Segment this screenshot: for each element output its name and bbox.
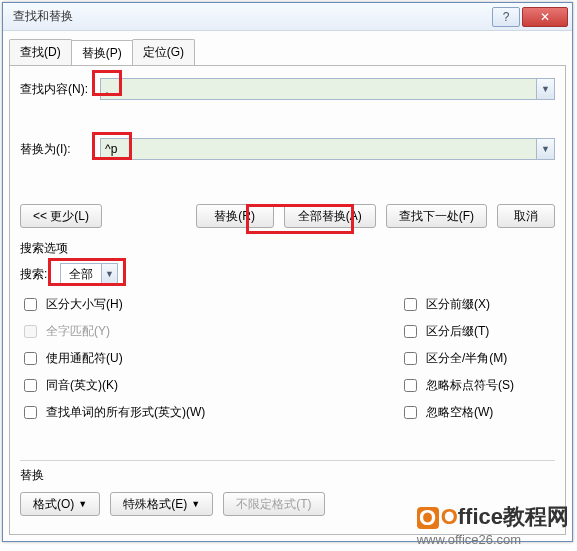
- tab-panel: 查找内容(N): ▼ 替换为(I): ▼ << 更少(L) 替换(R): [9, 65, 566, 535]
- chevron-down-icon: ▼: [191, 499, 200, 509]
- checkbox-label: 区分全/半角(M): [426, 350, 507, 367]
- watermark-icon: O: [417, 507, 439, 529]
- window-title: 查找和替换: [7, 8, 490, 25]
- checkbox-label: 使用通配符(U): [46, 350, 123, 367]
- search-direction-button[interactable]: ▼: [101, 264, 117, 284]
- checkbox[interactable]: [24, 406, 37, 419]
- search-direction-select[interactable]: 全部 ▼: [60, 263, 118, 285]
- client-area: 查找(D) 替换(P) 定位(G) 查找内容(N): ▼ 替换为(I): ▼: [3, 31, 572, 541]
- checkbox-option[interactable]: 区分后缀(T): [400, 322, 555, 341]
- tab-strip: 查找(D) 替换(P) 定位(G): [9, 39, 566, 65]
- checkbox-label: 区分前缀(X): [426, 296, 490, 313]
- checkbox-label: 忽略标点符号(S): [426, 377, 514, 394]
- tab-goto[interactable]: 定位(G): [132, 39, 195, 65]
- watermark: OOOffice教程网ffice教程网 www.office26.com: [417, 502, 569, 547]
- checkbox-columns: 区分大小写(H)全字匹配(Y)使用通配符(U)同音(英文)(K)查找单词的所有形…: [20, 295, 555, 430]
- find-label: 查找内容(N):: [20, 81, 100, 98]
- chevron-down-icon: ▼: [541, 84, 550, 94]
- checkbox[interactable]: [24, 352, 37, 365]
- cancel-button[interactable]: 取消: [497, 204, 555, 228]
- checkbox-option[interactable]: 区分前缀(X): [400, 295, 555, 314]
- checkbox-label: 忽略空格(W): [426, 404, 493, 421]
- checkbox-option[interactable]: 忽略空格(W): [400, 403, 555, 422]
- checkbox[interactable]: [24, 379, 37, 392]
- checkbox-label: 区分后缀(T): [426, 323, 489, 340]
- checkbox[interactable]: [404, 379, 417, 392]
- replace-label: 替换为(I):: [20, 141, 100, 158]
- checkbox-option[interactable]: 区分大小写(H): [20, 295, 400, 314]
- checkbox-option[interactable]: 区分全/半角(M): [400, 349, 555, 368]
- format-button-label: 格式(O): [33, 496, 74, 513]
- checkbox[interactable]: [404, 325, 417, 338]
- find-input[interactable]: [100, 78, 537, 100]
- checkbox[interactable]: [404, 406, 417, 419]
- window-buttons: ? ✕: [490, 7, 568, 27]
- checkbox-label: 全字匹配(Y): [46, 323, 110, 340]
- search-direction-row: 搜索: 全部 ▼: [20, 263, 555, 285]
- replace-all-button[interactable]: 全部替换(A): [284, 204, 376, 228]
- titlebar[interactable]: 查找和替换 ? ✕: [3, 3, 572, 31]
- chevron-down-icon: ▼: [78, 499, 87, 509]
- action-buttons: << 更少(L) 替换(R) 全部替换(A) 查找下一处(F) 取消: [20, 198, 555, 236]
- checkbox-label: 区分大小写(H): [46, 296, 123, 313]
- format-button[interactable]: 格式(O)▼: [20, 492, 100, 516]
- checkbox-option[interactable]: 同音(英文)(K): [20, 376, 400, 395]
- search-label: 搜索:: [20, 266, 60, 283]
- help-button[interactable]: ?: [492, 7, 520, 27]
- search-direction-value: 全部: [61, 266, 101, 283]
- checkbox-label: 查找单词的所有形式(英文)(W): [46, 404, 205, 421]
- watermark-url: www.office26.com: [417, 532, 569, 547]
- checkbox-option[interactable]: 使用通配符(U): [20, 349, 400, 368]
- find-next-button[interactable]: 查找下一处(F): [386, 204, 487, 228]
- find-dropdown-button[interactable]: ▼: [537, 78, 555, 100]
- tab-find[interactable]: 查找(D): [9, 39, 72, 65]
- checkbox-option: 全字匹配(Y): [20, 322, 400, 341]
- chevron-down-icon: ▼: [541, 144, 550, 154]
- close-button[interactable]: ✕: [522, 7, 568, 27]
- bottom-section-label: 替换: [20, 467, 555, 484]
- dialog-window: 查找和替换 ? ✕ 查找(D) 替换(P) 定位(G) 查找内容(N): ▼ 替…: [2, 2, 573, 542]
- replace-button[interactable]: 替换(R): [196, 204, 274, 228]
- checkbox[interactable]: [24, 298, 37, 311]
- no-format-button: 不限定格式(T): [223, 492, 324, 516]
- replace-input[interactable]: [100, 138, 537, 160]
- chevron-down-icon: ▼: [105, 269, 114, 279]
- checkbox-label: 同音(英文)(K): [46, 377, 118, 394]
- checkbox: [24, 325, 37, 338]
- options-section-label: 搜索选项: [20, 240, 555, 257]
- checkbox-option[interactable]: 查找单词的所有形式(英文)(W): [20, 403, 400, 422]
- checkbox[interactable]: [404, 298, 417, 311]
- tab-replace[interactable]: 替换(P): [71, 40, 133, 66]
- special-button-label: 特殊格式(E): [123, 496, 187, 513]
- special-format-button[interactable]: 特殊格式(E)▼: [110, 492, 213, 516]
- less-button[interactable]: << 更少(L): [20, 204, 102, 228]
- checkbox[interactable]: [404, 352, 417, 365]
- replace-dropdown-button[interactable]: ▼: [537, 138, 555, 160]
- checkbox-option[interactable]: 忽略标点符号(S): [400, 376, 555, 395]
- replace-row: 替换为(I): ▼: [20, 138, 555, 160]
- find-row: 查找内容(N): ▼: [20, 78, 555, 100]
